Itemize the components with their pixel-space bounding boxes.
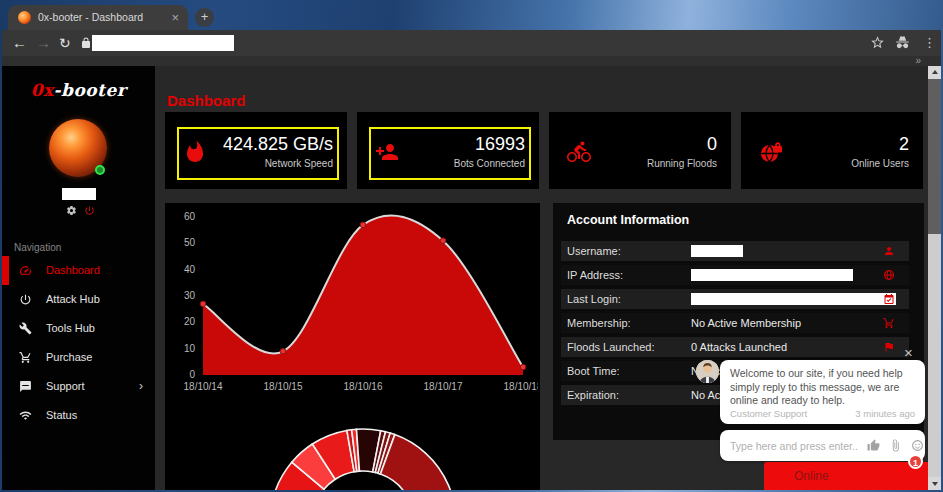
sidebar-item-purchase[interactable]: Purchase [2,343,155,372]
support-agent-avatar [696,360,719,383]
site-favicon-icon [18,11,31,24]
site-logo: 0x-booter [2,80,155,100]
browser-toolbar: ← → ↻ ⋮ [2,30,941,56]
flame-icon [183,140,207,164]
reload-button[interactable]: ↻ [59,30,71,56]
area-series-fill [203,216,523,375]
bookmarks-overflow-button[interactable]: » [915,55,921,66]
stat-label: Bots Connected [454,158,525,169]
chat-close-icon[interactable]: × [904,344,913,361]
stat-card-running-floods: 0 Running Floods [549,112,731,189]
lock-icon [80,37,92,49]
sidebar-item-support[interactable]: Support › [2,372,155,401]
svg-text:0: 0 [189,369,195,380]
account-row-ip: IP Address: [561,265,909,285]
account-row-floods-launched: Floods Launched: 0 Attacks Launched [561,337,909,357]
attack-types-donut-chart [223,425,503,490]
back-button[interactable]: ← [12,30,27,56]
gauge-icon [19,264,32,277]
scroll-up-button[interactable] [928,66,941,79]
stat-value: 0 [707,134,717,155]
active-indicator [2,256,9,285]
sidebar-item-tools-hub[interactable]: Tools Hub [2,314,155,343]
online-status-dot [95,165,105,175]
svg-text:20: 20 [184,316,196,327]
address-bar-redacted[interactable] [92,35,234,51]
browser-menu-button[interactable]: ⋮ [923,30,936,56]
stat-label: Running Floods [647,158,717,169]
page-title: Dashboard [167,92,245,109]
flag-icon [883,341,895,353]
account-row-last-login: Last Login: [561,289,909,309]
chat-message-bubble: Welcome to our site, if you need help si… [720,360,925,424]
chat-message-text: Welcome to our site, if you need help si… [720,360,925,408]
x-axis-labels: 18/10/1418/10/1518/10/1618/10/1718/10/18 [184,381,538,392]
tab-close-icon[interactable]: × [171,5,179,30]
account-row-username: Username: [561,241,909,261]
svg-text:60: 60 [184,211,196,222]
thumbs-up-icon[interactable] [867,439,880,452]
browser-window: 0x-booter - Dashboard × + ← → ↻ ⋮ » 0x-b… [0,0,943,492]
globe-lock-icon [759,140,783,164]
panel-title: Account Information [567,213,689,227]
user-icon [883,245,895,257]
scroll-down-button[interactable] [928,477,941,490]
account-row-membership: Membership: No Active Membership [561,313,909,333]
emoji-smiley-icon[interactable] [911,439,924,452]
chat-sender: Customer Support [730,408,807,419]
stat-label: Network Speed [265,158,333,169]
attachment-paperclip-icon[interactable] [889,439,902,452]
cyclist-icon [567,140,591,164]
wrench-icon [19,322,32,335]
browser-tab[interactable]: 0x-booter - Dashboard × [8,5,188,30]
svg-text:40: 40 [184,264,196,275]
ip-value-redacted [691,269,853,281]
sidebar: 0x-booter Navigation Dashboard Attack Hu… [2,66,155,490]
cart-icon [19,351,32,364]
stat-value: 424.825 GB/s [223,134,333,155]
bookmarks-bar: » [2,56,941,66]
stat-card-network-speed: 424.825 GB/s Network Speed [165,112,347,189]
chat-icon [19,380,32,393]
svg-text:10: 10 [184,343,196,354]
stat-value: 2 [899,134,909,155]
user-add-icon [375,140,399,164]
last-login-value-redacted [691,293,896,305]
username-redacted [62,188,96,200]
globe-icon [883,269,895,281]
sidebar-item-dashboard[interactable]: Dashboard [2,256,155,285]
svg-text:18/10/18: 18/10/18 [504,381,538,392]
sidebar-item-attack-hub[interactable]: Attack Hub [2,285,155,314]
svg-text:18/10/14: 18/10/14 [184,381,223,392]
scrollbar-thumb[interactable] [928,79,941,234]
chat-input-bar [720,430,925,461]
stat-card-online-users: 2 Online Users [741,112,923,189]
page-content: 0x-booter Navigation Dashboard Attack Hu… [2,66,928,490]
stat-card-bots-connected: 16993 Bots Connected [357,112,539,189]
wifi-icon [19,409,32,422]
chevron-right-icon: › [139,372,143,401]
page-scrollbar[interactable] [928,66,941,490]
stat-value: 16993 [475,134,525,155]
y-axis-ticks: 0102030405060 [184,211,196,380]
svg-text:50: 50 [184,237,196,248]
forward-button[interactable]: → [36,30,51,56]
charts-panel: 0102030405060 18/10/1418/10/1518/10/1618… [165,203,540,490]
new-tab-button[interactable]: + [195,8,214,27]
sidebar-item-status[interactable]: Status [2,401,155,430]
logout-power-icon[interactable] [84,205,95,216]
chat-online-status-bar[interactable]: Online [764,462,928,490]
attacks-area-chart: 0102030405060 18/10/1418/10/1518/10/1618… [167,205,538,405]
settings-gear-icon[interactable] [66,205,77,216]
tab-title: 0x-booter - Dashboard [38,5,143,30]
bookmark-star-icon[interactable] [870,35,886,51]
chat-notification-badge: 1 [908,454,923,469]
nav-section-label: Navigation [14,242,61,253]
svg-text:18/10/16: 18/10/16 [344,381,383,392]
svg-text:18/10/15: 18/10/15 [264,381,303,392]
svg-text:30: 30 [184,290,196,301]
chat-timestamp: 3 minutes ago [855,408,915,419]
extension-incognito-icon[interactable] [895,35,911,51]
username-value-redacted [691,245,743,257]
chat-text-input[interactable] [720,439,867,453]
